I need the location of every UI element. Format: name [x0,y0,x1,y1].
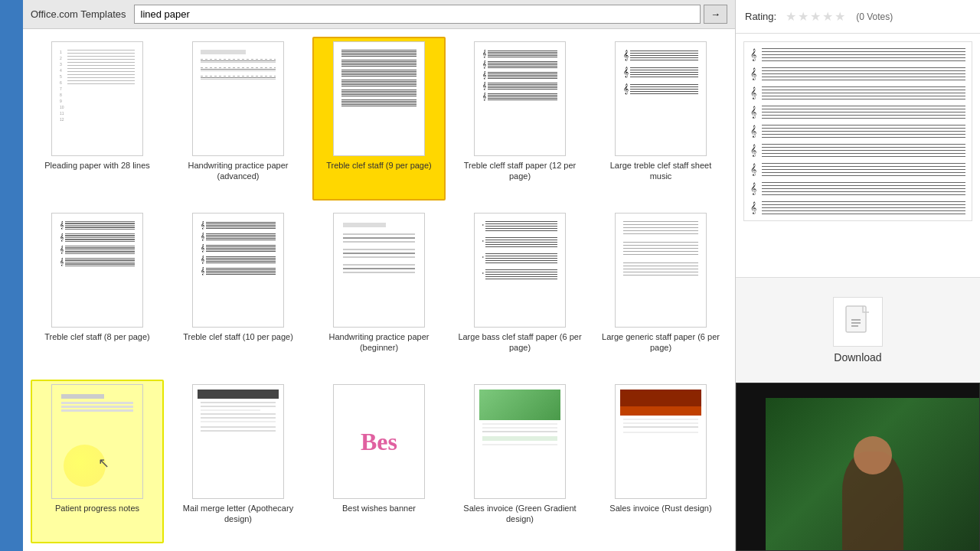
download-icon-wrapper [833,297,883,347]
template-grid: 1 2 3 4 5 6 7 8 9 10 11 12 [23,29,735,551]
template-best-wishes[interactable]: Bes Best wishes banner [312,380,446,543]
template-generic-6[interactable]: Large generic staff paper (6 per page) [594,208,727,372]
download-label: Download [834,351,881,364]
template-treble-9[interactable]: Treble clef staff (9 per page) [312,37,446,201]
template-invoice-rust[interactable]: Sales invoice (Rust design) [594,380,727,543]
thumb-invoice-rust [615,384,707,499]
brand-label: Office.com Templates [31,8,126,20]
template-handwriting-beginner[interactable]: Handwriting practice paper (beginner) [312,208,446,372]
left-strip [0,0,23,551]
template-bass-6[interactable]: ' ' ' ' Large bass clef staff paper (6 p… [453,208,586,372]
template-pleading-28[interactable]: 1 2 3 4 5 6 7 8 9 10 11 12 [31,37,164,201]
thumb-patient-progress: ↖ [51,384,143,499]
template-large-treble[interactable]: 𝄞 𝄞 𝄞 Large treble clef staff sheet musi… [594,37,727,201]
template-label-patient: Patient progress notes [55,503,139,514]
template-treble-8[interactable]: 𝄞 𝄞 𝄞 𝄞 Treble clef staff (8 per page) [31,208,164,372]
template-mail-merge[interactable]: Mail merge letter (Apothecary design) [172,380,305,543]
rating-label: Rating: [745,11,776,22]
template-patient-progress[interactable]: ↖ Patient progress notes [31,380,164,543]
rating-stars: ★★★★★ [786,9,847,24]
webcam-area [736,383,980,551]
template-label-handwriting-beginner: Handwriting practice paper (beginner) [317,331,441,354]
template-label-treble-8: Treble clef staff (8 per page) [44,331,150,342]
download-file-icon [844,305,872,340]
thumb-handwriting-beginner [333,213,425,328]
download-button[interactable]: Download [825,289,890,371]
main-content: Office.com Templates → 1 2 3 4 5 6 7 8 [23,0,735,551]
template-label-pleading-28: Pleading paper with 28 lines [44,160,150,171]
template-label-handwriting-advanced: Handwriting practice paper (advanced) [176,160,300,182]
preview-sheet: 𝄞 𝄞 𝄞 𝄞 𝄞 𝄞 𝄞 𝄞 𝄞 [743,41,972,221]
thumb-handwriting-advanced [192,41,284,156]
template-label-best-wishes: Best wishes banner [342,503,416,514]
template-label-mail-merge: Mail merge letter (Apothecary design) [176,503,300,525]
search-input[interactable] [134,5,701,24]
template-label-treble-9: Treble clef staff (9 per page) [326,160,432,171]
template-label-large-treble: Large treble clef staff sheet music [599,160,723,182]
thumb-pleading-28: 1 2 3 4 5 6 7 8 9 10 11 12 [51,41,143,156]
template-label-bass-6: Large bass clef staff paper (6 per page) [458,331,582,354]
thumb-treble-8: 𝄞 𝄞 𝄞 𝄞 [51,213,143,328]
template-label-generic-6: Large generic staff paper (6 per page) [599,331,723,354]
download-area: Download [736,278,980,383]
template-invoice-green[interactable]: Sales invoice (Green Gradient design) [453,380,586,543]
thumb-treble-12: 𝄞 𝄞 𝄞 𝄞 𝄞 [474,41,566,156]
thumb-invoice-green [474,384,566,499]
rating-votes: (0 Votes) [856,11,893,22]
template-treble-12[interactable]: 𝄞 𝄞 𝄞 𝄞 𝄞 Treble cleff staff paper (12 p… [453,37,586,201]
search-button[interactable]: → [704,5,727,24]
thumb-large-treble: 𝄞 𝄞 𝄞 [615,41,707,156]
template-handwriting-advanced[interactable]: Handwriting practice paper (advanced) [172,37,305,201]
template-treble-10[interactable]: 𝄞 𝄞 𝄞 𝄞 𝄞 Treble clef staff (10 per page… [172,208,305,372]
search-bar: Office.com Templates → [23,0,735,29]
template-label-invoice-rust: Sales invoice (Rust design) [609,503,711,514]
thumb-bass-6: ' ' ' ' [474,213,566,328]
thumb-mail-merge [192,384,284,499]
thumb-treble-9 [333,41,425,156]
thumb-generic-6 [615,213,707,328]
template-label-invoice-green: Sales invoice (Green Gradient design) [458,503,582,525]
right-panel: Rating: ★★★★★ (0 Votes) 𝄞 𝄞 𝄞 𝄞 𝄞 𝄞 𝄞 𝄞 … [735,0,980,551]
preview-area: 𝄞 𝄞 𝄞 𝄞 𝄞 𝄞 𝄞 𝄞 𝄞 [736,34,980,278]
thumb-best-wishes: Bes [333,384,425,499]
rating-area: Rating: ★★★★★ (0 Votes) [736,0,980,34]
thumb-treble-10: 𝄞 𝄞 𝄞 𝄞 𝄞 [192,213,284,328]
template-label-treble-12: Treble cleff staff paper (12 per page) [458,160,582,182]
template-label-treble-10: Treble clef staff (10 per page) [183,331,293,342]
